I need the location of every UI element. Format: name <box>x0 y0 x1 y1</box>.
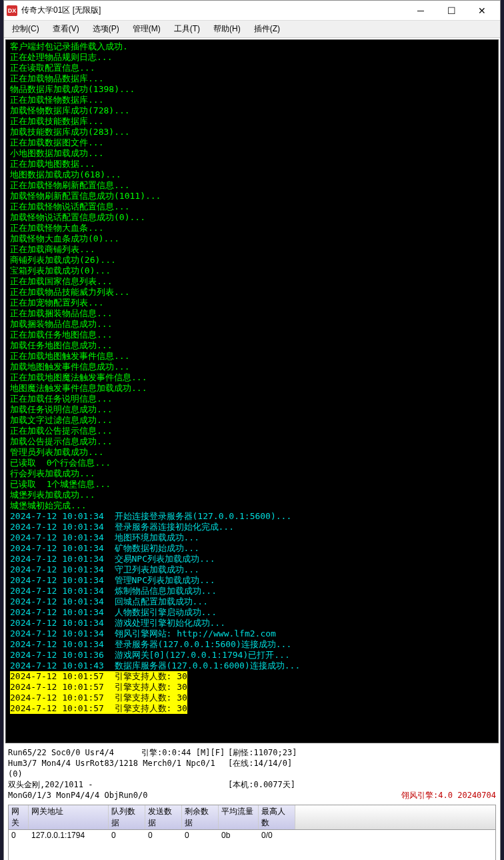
log-line: 加载任务地图信息成功... <box>10 340 112 350</box>
col-avg[interactable]: 平均流量 <box>219 805 259 829</box>
log-line: 正在处理物品规则日志... <box>10 52 112 62</box>
log-line: 正在加载地图魔法触发事件信息... <box>10 372 147 382</box>
log-line: 正在加载地图触发事件信息... <box>10 351 129 361</box>
log-line: 城堡列表加载成功... <box>10 490 95 500</box>
titlebar: DX 传奇大学01区 [无限版] ─ ☐ ✕ <box>4 1 500 21</box>
table-body[interactable]: 0 127.0.0.1:1794 0 0 0 0b 0/0 <box>8 830 496 860</box>
cell-send: 0 <box>145 830 182 841</box>
log-line: 正在加载任务地图信息... <box>10 330 112 340</box>
status-local: [本机:0.0077天] <box>228 779 295 790</box>
log-line: 加载怪物数据库成功(728)... <box>10 105 130 115</box>
log-line: 2024-7-12 10:01:36 游戏网关[0](127.0.0.1:179… <box>10 650 290 660</box>
log-line: 加载怪物刷新配置信息成功(1011)... <box>10 191 161 201</box>
log-line: 2024-7-12 10:01:34 登录服务器(127.0.0.1:5600)… <box>10 639 291 649</box>
log-line: 正在加宠物配置列表... <box>10 298 103 308</box>
log-line: 2024-7-12 10:01:34 守卫列表加载成功... <box>10 564 199 574</box>
log-line: 2024-7-12 10:01:43 数据库服务器(127.0.0.1:6000… <box>10 661 300 671</box>
log-line: 加载怪物大血条成功(0)... <box>10 234 119 244</box>
log-line: 2024-7-12 10:01:34 翎风引擎网站: http://www.lf… <box>10 628 276 638</box>
cell-remain: 0 <box>182 830 219 841</box>
window-title: 传奇大学01区 [无限版] <box>21 5 405 16</box>
log-line: 加载任务说明信息成功... <box>10 404 112 414</box>
log-line: 2024-7-12 10:01:57 引擎支持人数: 30 <box>10 671 187 682</box>
menu-plugins[interactable]: 插件(Z) <box>249 22 285 36</box>
log-line: 2024-7-12 10:01:57 引擎支持人数: 30 <box>10 703 187 714</box>
menu-tools[interactable]: 工具(T) <box>169 22 205 36</box>
menu-control[interactable]: 控制(C) <box>7 22 45 36</box>
cell-queue: 0 <box>109 830 145 841</box>
log-line: 地图数据加载成功(618)... <box>10 169 121 179</box>
log-line: 客户端封包记录插件载入成功. <box>10 41 128 51</box>
log-line: 加载地图触发事件信息成功... <box>10 362 129 372</box>
log-line: 已读取 1个城堡信息... <box>10 479 111 489</box>
log-line: 2024-7-12 10:01:34 炼制物品信息加载成功... <box>10 586 217 596</box>
menu-options[interactable]: 选项(P) <box>87 22 125 36</box>
log-line: 正在加载技能数据库... <box>10 116 103 126</box>
menu-manage[interactable]: 管理(M) <box>127 22 166 36</box>
log-line: 2024-7-12 10:01:34 登录服务器连接初始化完成... <box>10 522 234 532</box>
log-line: 加载公告提示信息成功... <box>10 436 112 446</box>
minimize-button[interactable]: ─ <box>405 1 436 21</box>
log-line: 正在加载怪物说话配置信息... <box>10 201 129 211</box>
log-line: 正在加载数据图文件... <box>10 137 103 147</box>
col-remain[interactable]: 剩余数据 <box>182 805 219 829</box>
cell-max: 0/0 <box>259 830 295 841</box>
log-line: 2024-7-12 10:01:34 交易NPC列表加载成功... <box>10 554 215 564</box>
engine-version: 翎风引擎:4.0 20240704 <box>148 790 496 801</box>
status-run: Run65/22 Soc0/0 Usr4/4 <box>8 747 141 758</box>
log-line: 正在加载国家信息列表... <box>10 276 112 286</box>
col-send[interactable]: 发送数据 <box>145 805 182 829</box>
log-line: 2024-7-12 10:01:34 回城点配置加载成功... <box>10 596 208 606</box>
menu-view[interactable]: 查看(V) <box>47 22 85 36</box>
log-line: 2024-7-12 10:01:34 人物数据引擎启动成功... <box>10 607 217 617</box>
log-line: 正在加载公告提示信息... <box>10 426 112 436</box>
log-line: 商铺列表加载成功(26)... <box>10 255 116 265</box>
log-line: 加载怪物说话配置信息成功(0)... <box>10 212 145 222</box>
app-window: DX 传奇大学01区 [无限版] ─ ☐ ✕ 控制(C) 查看(V) 选项(P)… <box>3 0 501 860</box>
log-line: 2024-7-12 10:01:34 开始连接登录服务器(127.0.0.1:5… <box>10 511 291 521</box>
app-icon: DX <box>7 5 17 16</box>
menu-help[interactable]: 帮助(H) <box>208 22 246 36</box>
log-line: 正在加载地图数据... <box>10 159 95 169</box>
menubar: 控制(C) 查看(V) 选项(P) 管理(M) 工具(T) 帮助(H) 插件(Z… <box>4 21 500 38</box>
col-max[interactable]: 最高人数 <box>259 805 295 829</box>
log-line: 宝箱列表加载成功(0)... <box>10 266 111 276</box>
log-line: 2024-7-12 10:01:34 游戏处理引擎初始化成功... <box>10 618 225 628</box>
log-line: 正在加载捆装物品信息... <box>10 308 112 318</box>
status-mon: MonG0/1/3 MonP4/4/4 ObjRun0/0 <box>8 790 148 801</box>
log-line: 2024-7-12 10:01:34 地图环境加载成功... <box>10 532 199 542</box>
log-line: 2024-7-12 10:01:57 引擎支持人数: 30 <box>10 693 187 703</box>
gateway-table: 网关 网关地址 队列数据 发送数据 剩余数据 平均流量 最高人数 0 127.0… <box>8 805 496 860</box>
table-header: 网关 网关地址 队列数据 发送数据 剩余数据 平均流量 最高人数 <box>8 805 496 830</box>
console-log[interactable]: 客户端封包记录插件载入成功.正在处理物品规则日志...正在读取配置信息...正在… <box>5 39 499 743</box>
log-line: 物品数据库加载成功(1398)... <box>10 84 135 94</box>
log-line: 加载文字过滤信息成功... <box>10 415 112 425</box>
col-address[interactable]: 网关地址 <box>29 805 109 829</box>
log-line: 正在加载怪物刷新配置信息... <box>10 180 129 190</box>
log-line: 管理员列表加载成功... <box>10 447 103 457</box>
cell-avg: 0b <box>219 830 259 841</box>
log-line: 行会列表加载成功... <box>10 468 95 478</box>
log-line: 小地图数据加载成功... <box>10 148 103 158</box>
table-row[interactable]: 0 127.0.0.1:1794 0 0 0 0b 0/0 <box>9 830 495 841</box>
log-line: 加载技能数据库成功(283)... <box>10 127 130 137</box>
log-line: 正在加载任务说明信息... <box>10 394 112 404</box>
log-line: 正在加载物品技能威力列表... <box>10 287 129 297</box>
status-engine-time: 引擎:0:0:44 [M][F] <box>141 747 228 758</box>
status-hum: Hum3/7 Mon4/4 UsrRot83/1218 Merch0/1 Npc… <box>8 758 228 779</box>
col-gateway[interactable]: 网关 <box>9 805 29 829</box>
log-line: 正在加载怪物大血条... <box>10 223 103 233</box>
log-line: 2024-7-12 10:01:34 矿物数据初始成功... <box>10 543 199 553</box>
cell-gateway: 0 <box>9 830 29 841</box>
log-line: 已读取 0个行会信息... <box>10 458 111 468</box>
log-line: 正在读取配置信息... <box>10 63 95 73</box>
close-button[interactable]: ✕ <box>467 1 497 21</box>
log-line: 正在加载怪物数据库... <box>10 95 103 105</box>
status-monster-refresh: [刷怪:11070;23] <box>228 747 297 758</box>
status-boss: 双头金刚,202/1011 - <box>8 779 228 790</box>
status-online: [在线:14/14/0] <box>228 758 292 779</box>
col-queue[interactable]: 队列数据 <box>109 805 145 829</box>
log-line: 加载捆装物品信息成功... <box>10 319 112 329</box>
cell-address: 127.0.0.1:1794 <box>29 830 109 841</box>
maximize-button[interactable]: ☐ <box>436 1 467 21</box>
